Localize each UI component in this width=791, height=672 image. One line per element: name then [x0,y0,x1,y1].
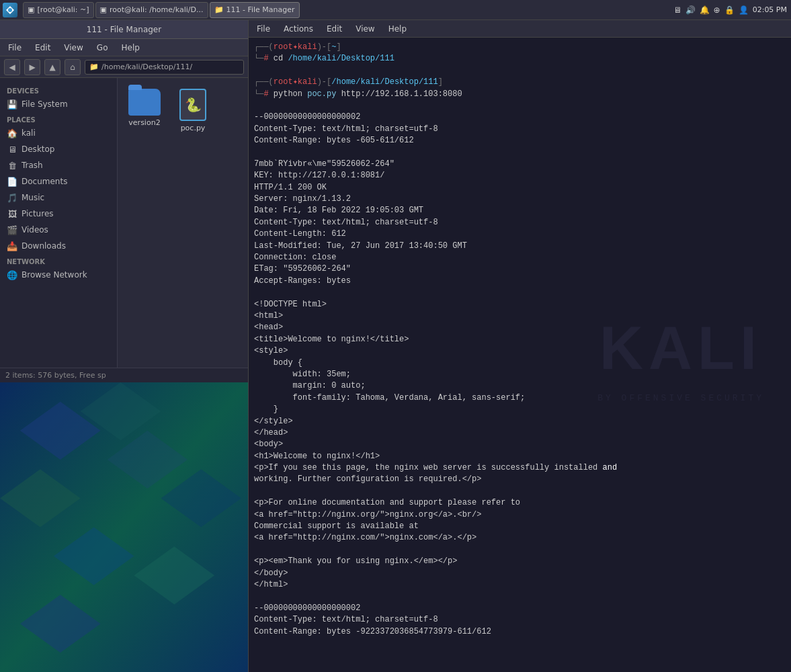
sidebar-item-documents[interactable]: 📄 Documents [0,173,117,190]
sidebar-item-desktop[interactable]: 🖥 Desktop [0,141,117,157]
videos-icon: 🎬 [7,224,17,235]
term-host-2: kali [298,77,317,88]
term-menu-file[interactable]: File [254,23,273,35]
terminal-panel: File Actions Edit View Help KALI BY OFFE… [249,20,791,672]
sidebar-item-pictures[interactable]: 🖼 Pictures [0,206,117,222]
fm-path-location: 📁 [89,62,99,71]
term-host-1: kali [298,42,317,53]
term-menu-help[interactable]: Help [386,23,409,35]
fm-menu-go[interactable]: Go [94,42,111,54]
fm-forward-button[interactable]: ▶ [24,59,40,75]
fm-file-pocpy[interactable]: 🐍 poc.py [175,85,210,136]
taskbar-left: ▣ [root@kali: ~] ▣ root@kali: /home/kali… [0,2,300,18]
sidebar-item-kali[interactable]: 🏠 kali [0,125,117,141]
terminal-menu-bar: File Actions Edit View Help [249,20,791,38]
fm-path-bar[interactable]: 📁 /home/kali/Desktop/111/ [85,60,244,75]
fm-path-text: /home/kali/Desktop/111/ [101,62,192,71]
term-line-p1b: working. Further configuration is requir… [254,474,786,485]
main-layout: 111 - File Manager File Edit View Go Hel… [0,20,791,672]
term-tilde-1: ~ [331,42,336,53]
sidebar-item-downloads[interactable]: 📥 Downloads [0,238,117,254]
kali-home-icon: 🏠 [7,128,17,138]
music-icon: 🎵 [7,192,17,203]
sidebar-item-trash[interactable]: 🗑 Trash [0,157,117,173]
term-line-a2: <a href="http://nginx.com/">nginx.com</a… [254,532,786,544]
term-line-body-close-tag: </body> [254,568,786,579]
term-line-http: HTTP/1.1 200 OK [254,182,786,194]
terminal-content[interactable]: KALI BY OFFENSIVE SECURITY ┌──(root✦ kal… [249,38,791,672]
kali-logo-icon[interactable] [3,3,17,17]
term-prompt-2: ┌──(root✦ kali)-[/home/kali/Desktop/111] [254,77,786,88]
fm-content: DEVICES 💾 File System PLACES 🏠 kali 🖥 De… [0,78,248,368]
term-line-h1: <h1>Welcome to nginx!</h1> [254,451,786,462]
sidebar-item-network[interactable]: 🌐 Browse Network [0,267,117,283]
sound-icon: 🔊 [685,5,696,15]
taskbar-btn-filemanager[interactable]: 📁 111 - File Manager [210,2,300,18]
fm-up-button[interactable]: ▲ [44,59,60,75]
taskbar-btn-terminal1[interactable]: ▣ [root@kali: ~] [23,2,94,18]
svg-point-0 [8,8,12,12]
sidebar-item-filesystem[interactable]: 💾 File System [0,96,117,112]
sidebar-item-music[interactable]: 🎵 Music [0,190,117,206]
fm-file-version2[interactable]: version2 [124,85,165,136]
fm-menu-file[interactable]: File [5,42,24,54]
term-line-cr1: Content-Range: bytes -605-611/612 [254,135,786,146]
term-line-doctype: <!DOCTYPE html> [254,299,786,310]
sidebar-videos-label: Videos [22,225,48,235]
fm-home-button[interactable]: ⌂ [65,59,81,75]
term-line-ar: Accept-Ranges: bytes [254,276,786,287]
taskbar-apps: ▣ [root@kali: ~] ▣ root@kali: /home/kali… [23,2,300,18]
term-menu-edit[interactable]: Edit [324,23,345,35]
desktop-pattern-svg [0,382,248,672]
term-line-margin: margin: 0 auto; [254,380,786,392]
file-manager-panel: 111 - File Manager File Edit View Go Hel… [0,20,249,672]
sidebar-filesystem-label: File System [22,99,68,109]
screen-icon: 🖥 [673,5,681,15]
fm-menu-help[interactable]: Help [118,42,142,54]
term-line-style: <style> [254,345,786,357]
lock-icon: 🔒 [724,5,735,15]
term-line-ct1: Content-Type: text/html; charset=utf-8 [254,124,786,135]
documents-icon: 📄 [7,176,17,187]
term-line-lm: Last-Modified: Tue, 27 Jun 2017 13:40:50… [254,241,786,252]
filemanager-label: 111 - File Manager [226,5,295,14]
term-line-body-tag: <body> [254,439,786,450]
taskbar-btn-terminal2[interactable]: ▣ root@kali: /home/kali/D... [95,2,208,18]
pictures-icon: 🖼 [7,208,17,219]
term-line-p2: <p>For online documentation and support … [254,497,786,509]
sidebar-downloads-label: Downloads [22,241,66,251]
bell-icon: 🔔 [700,5,710,15]
term-line-head-close: </head> [254,427,786,439]
term-line-title: <title>Welcome to nginx!</title> [254,334,786,345]
sidebar-trash-label: Trash [22,161,43,170]
terminal1-icon: ▣ [28,5,34,14]
term-line-width: width: 35em; [254,369,786,380]
term-line-boundary2: --00000000000000000002 [254,603,786,614]
sidebar-item-videos[interactable]: 🎬 Videos [0,222,117,238]
term-line-font: font-family: Tahoma, Verdana, Arial, san… [254,392,786,404]
fm-file-label-version2: version2 [128,118,160,127]
term-line-ct2: Content-Type: text/html; charset=utf-8 [254,217,786,228]
sidebar-documents-label: Documents [22,177,67,186]
fm-back-button[interactable]: ◀ [4,59,20,75]
term-line-html: <html> [254,310,786,322]
taskbar-right: 🖥 🔊 🔔 ⊕ 🔒 👤 02:05 PM [673,5,791,15]
term-line-server: Server: nginx/1.13.2 [254,194,786,205]
term-line-head: <head> [254,322,786,333]
term-line-thankyou: <p><em>Thank you for using nginx.</em></… [254,556,786,567]
sidebar-pictures-label: Pictures [22,209,54,218]
sidebar-devices-label: DEVICES [0,83,117,96]
fm-sidebar: DEVICES 💾 File System PLACES 🏠 kali 🖥 De… [0,78,118,368]
user-icon: 👤 [739,5,749,15]
term-line-key2: KEY: http://127.0.0.1:8081/ [254,170,786,181]
term-line-cl: Content-Length: 612 [254,228,786,240]
terminal2-icon: ▣ [100,5,107,14]
sidebar-music-label: Music [22,193,44,202]
desktop-background [0,382,248,672]
term-menu-view[interactable]: View [353,23,377,35]
term-menu-actions[interactable]: Actions [281,23,316,35]
fm-menu-edit[interactable]: Edit [32,42,53,54]
term-line-conn: Connection: close [254,252,786,263]
term-line-boundary1: --00000000000000000002 [254,112,786,123]
fm-menu-view[interactable]: View [61,42,85,54]
